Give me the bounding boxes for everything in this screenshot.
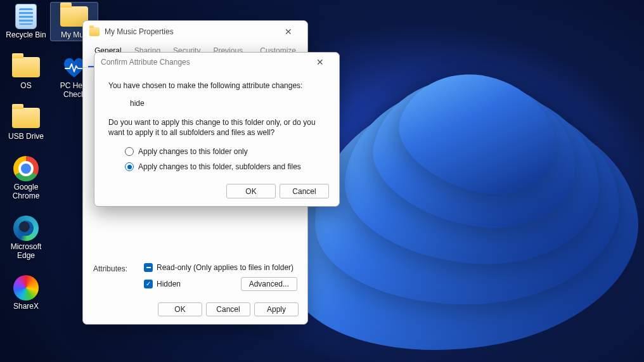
confirm-change: hide	[108, 91, 325, 117]
radio-selected-icon	[125, 162, 134, 171]
desktop-icon-label: USB Drive	[3, 132, 49, 142]
properties-button-row: OK Cancel Apply	[158, 302, 299, 316]
close-button[interactable]: ✕	[307, 53, 333, 71]
recycle-bin-icon	[15, 4, 37, 29]
folder-icon	[89, 27, 100, 36]
radio-this-folder-only[interactable]: Apply changes to this folder only	[125, 146, 325, 157]
cancel-button[interactable]: Cancel	[206, 302, 250, 316]
desktop-icon-sharex[interactable]: ShareX	[3, 274, 49, 312]
readonly-checkbox-row[interactable]: Read-only (Only applies to files in fold…	[144, 263, 297, 272]
confirm-line2: Do you want to apply this change to this…	[108, 117, 325, 138]
desktop-icon-recycle-bin[interactable]: Recycle Bin	[3, 3, 49, 41]
confirm-button-row: OK Cancel	[226, 184, 329, 198]
desktop-icon-usb-drive[interactable]: USB Drive	[3, 104, 49, 142]
desktop-icon-label: Recycle Bin	[3, 30, 49, 41]
checkbox-indeterminate-icon	[144, 263, 153, 272]
apply-button[interactable]: Apply	[254, 302, 299, 316]
hidden-checkbox-row[interactable]: Hidden Advanced...	[144, 277, 297, 291]
radio-unselected-icon	[125, 147, 134, 156]
close-button[interactable]: ✕	[276, 23, 301, 41]
sharex-icon	[13, 275, 39, 301]
cancel-button[interactable]: Cancel	[280, 184, 329, 198]
window-title: My Music Properties	[105, 27, 276, 36]
checkbox-checked-icon	[144, 280, 153, 288]
desktop-icon-google-chrome[interactable]: Google Chrome	[3, 155, 49, 202]
edge-icon	[13, 216, 39, 241]
confirm-line1: You have chosen to make the following at…	[108, 81, 325, 91]
advanced-button[interactable]: Advanced...	[241, 277, 297, 291]
desktop-icon-label: Microsoft Edge	[3, 242, 49, 261]
readonly-label: Read-only (Only applies to files in fold…	[157, 263, 293, 272]
confirm-dialog: Confirm Attribute Changes ✕ You have cho…	[94, 52, 340, 207]
ok-button[interactable]: OK	[226, 184, 276, 198]
desktop-icon-label: Google Chrome	[3, 183, 49, 202]
radio-label: Apply changes to this folder, subfolders…	[138, 162, 301, 172]
confirm-titlebar[interactable]: Confirm Attribute Changes ✕	[94, 53, 339, 72]
confirm-title: Confirm Attribute Changes	[101, 58, 307, 67]
radio-label: Apply changes to this folder only	[138, 146, 248, 157]
attributes-label: Attributes:	[93, 263, 132, 273]
desktop-icon-microsoft-edge[interactable]: Microsoft Edge	[3, 214, 49, 261]
properties-titlebar[interactable]: My Music Properties ✕	[83, 21, 307, 42]
folder-icon	[12, 108, 40, 128]
chrome-icon	[13, 156, 39, 181]
desktop-icon-label: ShareX	[3, 302, 49, 312]
radio-subfolders-and-files[interactable]: Apply changes to this folder, subfolders…	[125, 162, 325, 172]
hidden-label: Hidden	[157, 280, 181, 288]
desktop-icon-label: OS	[3, 81, 49, 91]
ok-button[interactable]: OK	[158, 302, 202, 316]
desktop-icon-os-folder[interactable]: OS	[3, 53, 49, 91]
folder-icon	[12, 57, 40, 77]
